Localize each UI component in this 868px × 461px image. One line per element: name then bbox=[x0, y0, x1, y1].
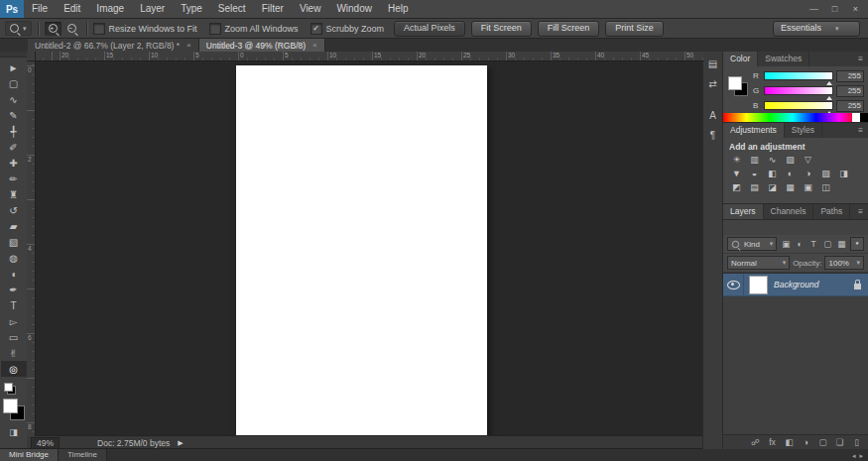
shape-tool[interactable]: ▭ bbox=[1, 329, 27, 345]
adjustment-icon[interactable]: ◫ bbox=[818, 181, 833, 194]
close-button[interactable]: × bbox=[845, 0, 866, 18]
color-tab[interactable]: Color bbox=[723, 52, 758, 66]
swatches-tab[interactable]: Swatches bbox=[758, 52, 809, 66]
channel-slider[interactable] bbox=[764, 86, 833, 95]
adjustment-icon[interactable]: ▥ bbox=[747, 154, 762, 167]
layer-thumbnail[interactable] bbox=[749, 276, 768, 294]
close-tab-icon[interactable]: × bbox=[186, 41, 191, 50]
history-panel-icon[interactable]: ▤ bbox=[704, 57, 722, 72]
move-tool[interactable]: ► bbox=[1, 59, 27, 75]
history-brush-tool[interactable]: ↺ bbox=[1, 202, 27, 218]
checkbox-box[interactable]: ✓ bbox=[310, 23, 322, 35]
pen-tool[interactable]: ✒ bbox=[1, 282, 27, 297]
filter-smart-objects-icon[interactable]: ▦ bbox=[835, 238, 847, 250]
crop-tool[interactable]: ╃ bbox=[1, 123, 27, 139]
channel-value-field[interactable]: 255 bbox=[836, 100, 864, 112]
lasso-tool[interactable]: ∿ bbox=[1, 91, 27, 107]
panel-menu-icon[interactable]: ≡ bbox=[858, 123, 868, 138]
adjustment-icon[interactable]: ◩ bbox=[729, 181, 744, 194]
adjustment-icon[interactable]: ◪ bbox=[765, 181, 780, 194]
menu-item[interactable]: Edit bbox=[56, 0, 88, 18]
menu-item[interactable]: Filter bbox=[254, 0, 292, 18]
black-chip[interactable] bbox=[860, 113, 868, 122]
foreground-color-swatch[interactable] bbox=[3, 399, 18, 413]
hand-tool[interactable]: ✌ bbox=[1, 345, 27, 361]
doc-tab-untitled-3[interactable]: Untitled-3 @ 49% (RGB/8) × bbox=[199, 39, 325, 52]
adjustments-tab[interactable]: Adjustments bbox=[723, 123, 785, 138]
menu-item[interactable]: Layer bbox=[132, 0, 173, 18]
actual-pixels-button[interactable]: Actual Pixels bbox=[394, 21, 465, 37]
adjustment-icon[interactable]: ▼ bbox=[729, 168, 744, 180]
adjustment-icon[interactable]: ∿ bbox=[765, 154, 780, 167]
adjustment-icon[interactable]: ◑ bbox=[801, 168, 815, 180]
blur-tool[interactable]: ◍ bbox=[1, 250, 27, 266]
new-adjustment-layer-icon[interactable]: ◑ bbox=[799, 436, 813, 449]
layer-filter-toggle[interactable]: ● bbox=[850, 237, 864, 251]
link-layers-icon[interactable]: ☍ bbox=[748, 436, 763, 449]
vertical-ruler[interactable]: 02468 bbox=[27, 60, 36, 436]
print-size-button[interactable]: Print Size bbox=[605, 21, 664, 37]
dodge-tool[interactable]: ◖ bbox=[1, 266, 27, 282]
fill-screen-button[interactable]: Fill Screen bbox=[538, 21, 600, 37]
channel-slider[interactable] bbox=[764, 101, 833, 110]
foreground-color-swatch[interactable] bbox=[728, 76, 742, 90]
ruler-corner[interactable] bbox=[27, 52, 36, 61]
menu-item[interactable]: Type bbox=[173, 0, 210, 18]
layers-tab[interactable]: Layers bbox=[723, 204, 764, 219]
close-tab-icon[interactable]: × bbox=[312, 41, 317, 50]
adjustment-icon[interactable]: ◧ bbox=[765, 168, 780, 180]
layer-row-background[interactable]: Background bbox=[723, 274, 868, 296]
gradient-tool[interactable]: ▧ bbox=[1, 234, 27, 250]
adjustment-icon[interactable]: ▽ bbox=[801, 154, 815, 167]
path-selection-tool[interactable]: ▻ bbox=[1, 313, 27, 329]
blend-mode-dropdown[interactable]: Normal ▾ bbox=[727, 256, 790, 270]
adjustment-icon[interactable]: ☀ bbox=[729, 154, 744, 167]
rectangular-marquee-tool[interactable]: ▢ bbox=[1, 75, 27, 91]
opacity-dropdown[interactable]: 100% ▾ bbox=[824, 256, 864, 270]
layer-style-icon[interactable]: fx bbox=[765, 436, 780, 449]
layer-visibility-toggle[interactable] bbox=[723, 274, 744, 295]
default-colors-icon[interactable] bbox=[4, 383, 16, 395]
spot-healing-brush-tool[interactable]: ✚ bbox=[1, 155, 27, 171]
scroll-left-icon[interactable]: ◂ bbox=[852, 450, 856, 461]
channels-tab[interactable]: Channels bbox=[764, 204, 814, 219]
delete-layer-icon[interactable]: ▯ bbox=[849, 436, 864, 449]
document-canvas[interactable] bbox=[236, 65, 487, 436]
paths-tab[interactable]: Paths bbox=[813, 204, 850, 219]
channel-value-field[interactable]: 255 bbox=[836, 70, 864, 82]
adjustment-icon[interactable]: ◒ bbox=[747, 168, 762, 180]
filter-pixel-layers-icon[interactable]: ▣ bbox=[780, 238, 792, 250]
toolbar-grip[interactable] bbox=[0, 52, 27, 58]
new-layer-icon[interactable]: ❏ bbox=[832, 436, 847, 449]
character-panel-icon[interactable]: A bbox=[704, 108, 722, 124]
properties-panel-icon[interactable]: ⇄ bbox=[704, 76, 722, 92]
status-menu-arrow-icon[interactable]: ▶ bbox=[178, 439, 183, 447]
zoom-tool[interactable]: ◎ bbox=[1, 361, 27, 377]
workspace-switcher[interactable]: Essentials ▾ bbox=[773, 21, 860, 37]
menu-item[interactable]: Image bbox=[88, 0, 132, 18]
add-layer-mask-icon[interactable]: ◧ bbox=[782, 436, 797, 449]
menu-item[interactable]: Window bbox=[328, 0, 380, 18]
channel-slider[interactable] bbox=[764, 71, 833, 80]
layer-filter-kind-dropdown[interactable]: Kind ▾ bbox=[727, 237, 777, 251]
paragraph-panel-icon[interactable]: ¶ bbox=[704, 128, 722, 144]
doc-tab-untitled-2[interactable]: Untitled-2 @ 66.7% (Layer 2, RGB/8) * × bbox=[28, 39, 199, 52]
adjustment-icon[interactable]: ▦ bbox=[783, 181, 798, 194]
scrubby-zoom-checkbox[interactable]: ✓ Scrubby Zoom bbox=[310, 23, 385, 35]
fit-screen-button[interactable]: Fit Screen bbox=[471, 21, 532, 37]
zoom-tool-preset[interactable]: ▾ bbox=[5, 21, 32, 36]
mini-bridge-tab[interactable]: Mini Bridge bbox=[0, 449, 59, 461]
menu-item[interactable]: File bbox=[24, 0, 56, 18]
styles-tab[interactable]: Styles bbox=[785, 123, 822, 138]
zoom-level-field[interactable]: 49% bbox=[31, 437, 60, 449]
minimize-button[interactable]: — bbox=[804, 0, 824, 18]
adjustment-icon[interactable]: ▣ bbox=[801, 181, 815, 194]
zoom-in-button[interactable]: + bbox=[45, 22, 62, 36]
new-group-icon[interactable]: ▢ bbox=[815, 436, 830, 449]
brush-tool[interactable]: ✏ bbox=[1, 171, 27, 186]
menu-item[interactable]: View bbox=[292, 0, 329, 18]
resize-windows-checkbox[interactable]: Resize Windows to Fit bbox=[93, 23, 197, 35]
scroll-right-icon[interactable]: ▸ bbox=[859, 450, 863, 461]
clone-stamp-tool[interactable]: ♜ bbox=[1, 186, 27, 202]
eraser-tool[interactable]: ▰ bbox=[1, 218, 27, 234]
